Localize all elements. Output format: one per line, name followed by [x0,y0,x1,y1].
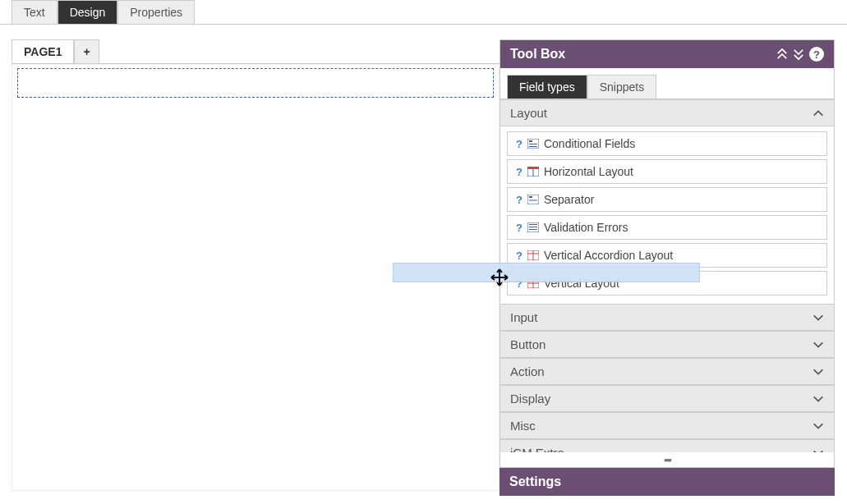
toolbox-title: Tool Box [510,47,565,62]
category-label: Misc [510,419,536,433]
tab-snippets[interactable]: Snippets [587,75,656,99]
svg-rect-1 [529,140,532,142]
layout-items: ? Conditional Fields ? Horizontal Layout… [500,126,834,304]
chevron-down-icon [812,366,824,378]
splitter-dots-icon: ▪▪▪ [664,454,670,466]
chevron-down-icon [812,312,824,323]
toolbox-panel: Tool Box ? Field types Snippets Layout [499,39,835,468]
item-label: Vertical Accordion Layout [544,249,673,262]
toolbox-header: Tool Box ? [500,40,834,68]
svg-rect-11 [529,224,537,225]
item-horizontal-layout[interactable]: ? Horizontal Layout [507,159,827,184]
svg-rect-5 [527,167,539,169]
item-validation-errors[interactable]: ? Validation Errors [507,215,827,240]
tab-design[interactable]: Design [58,0,118,24]
svg-rect-3 [529,146,537,147]
drop-zone[interactable] [17,68,494,98]
collapse-all-icon[interactable] [793,48,804,60]
item-vertical-accordion-layout[interactable]: ? Vertical Accordion Layout [507,243,827,268]
category-icm-extra[interactable]: iCM Extra [500,439,834,452]
page-tab-add[interactable]: + [74,39,99,63]
category-label: iCM Extra [510,446,564,452]
tab-properties[interactable]: Properties [117,0,195,24]
category-label: Button [510,337,545,351]
svg-rect-2 [529,144,537,144]
category-input[interactable]: Input [500,304,834,331]
item-separator[interactable]: ? Separator [507,187,827,212]
vertical-accordion-icon [527,250,539,260]
help-icon[interactable]: ? [516,194,522,206]
svg-rect-13 [529,229,537,230]
vertical-layout-icon [527,278,539,288]
page-tabs: PAGE1 + [12,39,499,64]
help-icon[interactable]: ? [516,277,522,290]
toolbox-tabs: Field types Snippets [500,68,834,99]
settings-header[interactable]: Settings [499,468,835,496]
panel-splitter[interactable]: ▪▪▪ [500,452,834,467]
design-canvas[interactable] [12,64,499,491]
item-label: Validation Errors [544,221,628,234]
tab-field-types[interactable]: Field types [507,75,587,99]
chevron-down-icon [812,339,824,351]
category-label: Input [510,310,537,324]
item-conditional-fields[interactable]: ? Conditional Fields [507,131,827,156]
item-label: Conditional Fields [544,137,635,150]
chevron-down-icon [812,447,824,453]
svg-rect-8 [529,196,532,198]
horizontal-layout-icon [527,167,539,176]
separator-icon [527,195,539,204]
category-layout[interactable]: Layout [500,99,834,126]
help-icon[interactable]: ? [516,250,522,262]
category-misc[interactable]: Misc [500,412,834,439]
chevron-down-icon [812,393,824,405]
toolbox-body[interactable]: Layout ? Conditional Fields ? Horizontal… [500,99,834,452]
category-button[interactable]: Button [500,331,834,358]
svg-rect-12 [529,227,537,227]
item-label: Horizontal Layout [544,165,633,178]
chevron-down-icon [812,420,824,432]
help-icon[interactable]: ? [516,222,522,234]
item-label: Separator [544,193,594,206]
category-label: Action [510,364,545,378]
category-label: Layout [510,106,547,120]
conditional-fields-icon [527,139,539,149]
category-display[interactable]: Display [500,385,834,412]
item-label: Vertical Layout [544,277,619,290]
expand-all-icon[interactable] [776,48,788,60]
editor-tabs: Text Design Properties [0,0,847,25]
help-icon[interactable]: ? [516,138,522,150]
category-label: Display [510,392,550,405]
validation-errors-icon [527,222,539,232]
help-icon[interactable]: ? [516,166,522,178]
help-icon[interactable]: ? [809,47,824,62]
svg-rect-7 [527,195,539,204]
item-vertical-layout[interactable]: ? Vertical Layout [507,271,827,296]
tab-text[interactable]: Text [12,0,58,24]
category-action[interactable]: Action [500,358,834,385]
settings-title: Settings [509,474,561,488]
chevron-up-icon [812,108,824,119]
page-tab-page1[interactable]: PAGE1 [12,39,74,63]
